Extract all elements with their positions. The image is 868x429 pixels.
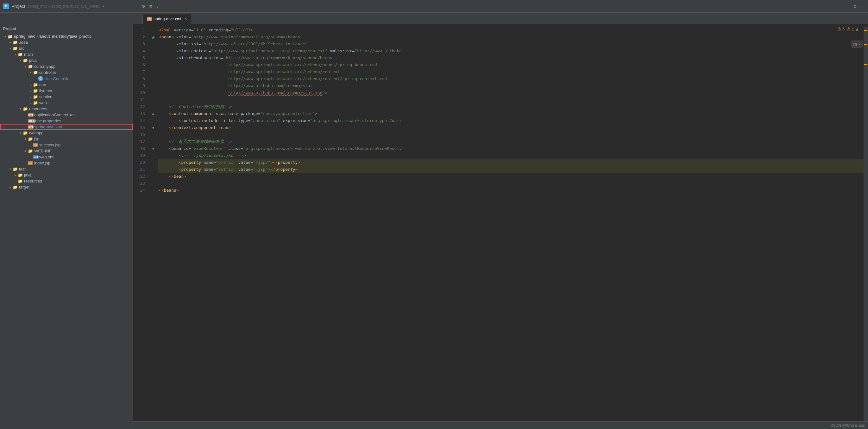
sidebar-item-resources[interactable]: ▾ 📁 resources (0, 106, 133, 112)
sidebar-item-idea[interactable]: ▸ 📁 .idea (0, 39, 133, 45)
project-title: Project (11, 4, 25, 9)
sidebar-item-jsp-folder[interactable]: ▾ 📁 jsp (0, 136, 133, 142)
settings-icon[interactable]: ⚙ (854, 3, 857, 9)
tree-label-webxml: web.xml (39, 154, 55, 160)
code-line-15: </context:component-scan> (158, 124, 864, 131)
tab-close-button[interactable]: ✕ (184, 17, 187, 21)
ln-3: 3 (133, 40, 145, 48)
tree-arrow-src: ▾ (8, 47, 13, 50)
editor-area: ⚠ 5 ⚠ 1 ▲ m ✕ 1 2 3 4 5 6 7 (133, 24, 868, 429)
tree-label-target: target (19, 185, 29, 190)
folder-icon-dao: 📁 (33, 83, 38, 87)
sidebar-item-test[interactable]: ▾ 📁 test (0, 166, 133, 172)
code-line-24: </beans> (158, 187, 864, 194)
gutter-20 (149, 159, 158, 166)
ln-9: 9 (133, 82, 145, 89)
sidebar-item-appctx[interactable]: xml applicationContext.xml (0, 112, 133, 118)
error-count: 1 (851, 27, 854, 31)
code-line-12: <!--Controller的组件扫描--> (158, 103, 864, 110)
folder-icon-web: 📁 (33, 101, 38, 105)
sidebar-item-service[interactable]: ▸ 📁 service (0, 94, 133, 100)
maven-icon: m (853, 41, 857, 47)
fold-icon-15[interactable]: ▼ (152, 126, 154, 130)
code-line-22: </bean> (158, 173, 864, 180)
sidebar-item-usercontroller[interactable]: C UserController (0, 76, 133, 82)
fold-icon-18[interactable]: ▼ (152, 147, 154, 150)
tree-arrow-dao: ▸ (28, 83, 33, 86)
title-bar-right: ⚙ — (854, 3, 865, 9)
sidebar-item-webxml[interactable]: xml web.xml (0, 154, 133, 160)
code-line-4: xmlns:context="http://www.springframewor… (158, 48, 864, 55)
minimize-icon[interactable]: — (861, 3, 865, 9)
sidebar-item-target[interactable]: ▸ 📁 target (0, 184, 133, 190)
toolbar-icon-structure[interactable]: ≡ (149, 3, 153, 9)
sidebar-item-success-jsp[interactable]: jsp success.jsp (0, 142, 133, 148)
folder-icon-java: 📁 (23, 58, 28, 63)
sidebar-item-indexjsp[interactable]: jsp index.jsp (0, 160, 133, 166)
error-badge: ⚠ 1 (846, 26, 854, 32)
code-line-7: http://www.springframework.org/schema/co… (158, 68, 864, 76)
ln-18: 18 (133, 145, 145, 152)
toolbar-icon-sync[interactable]: ⇌ (157, 3, 160, 9)
folder-icon-test-res: 📁 (18, 179, 23, 183)
ln-8: 8 (133, 76, 145, 82)
code-content[interactable]: 1 2 3 4 5 6 7 8 9 10 11 12 13 14 15 16 1… (133, 24, 868, 429)
folder-icon-target: 📁 (13, 185, 18, 190)
config-gutter-icon[interactable]: ◈ (152, 112, 154, 116)
tree-label-success: success.jsp (39, 143, 60, 147)
sidebar-item-webinf[interactable]: ▾ 📁 WEB-INF (0, 148, 133, 154)
code-lines[interactable]: <?xml version="1.0" encoding="UTF-8"?> <… (158, 27, 864, 429)
tab-bar: xml spring-mvc.xml ✕ (0, 13, 868, 24)
gutter-3 (149, 40, 158, 48)
prop-icon-jdbc: prop (28, 119, 33, 123)
sidebar-item-dao[interactable]: ▸ 📁 dao (0, 82, 133, 88)
ln-11: 11 (133, 96, 145, 103)
gutter-19 (149, 152, 158, 159)
sidebar-item-webapp[interactable]: ▾ 📁 webapp (0, 130, 133, 136)
project-dropdown[interactable]: ▾ (102, 4, 105, 8)
tree-label-src: src (19, 46, 24, 51)
sidebar-item-listener[interactable]: ▸ 📁 listener (0, 88, 133, 94)
folder-icon-webapp: 📁 (23, 131, 28, 135)
maven-close-button[interactable]: ✕ (859, 42, 861, 46)
warning-icon: ⚠ (837, 26, 841, 32)
sidebar-item-main[interactable]: ▾ 📁 main (0, 51, 133, 57)
sidebar-item-java[interactable]: ▾ 📁 java (0, 57, 133, 63)
sidebar-item-src[interactable]: ▾ 📁 src (0, 45, 133, 51)
bean-gutter-icon[interactable]: ◉ (152, 35, 154, 39)
title-bar-left: P Project spring_mvc ~/about_me/study/ja… (3, 3, 136, 9)
chevron-up-icon[interactable]: ▲ (856, 26, 859, 31)
sidebar-item-comapp[interactable]: ▾ 📁 com.myapp (0, 63, 133, 69)
code-line-11 (158, 96, 864, 103)
code-line-18: <bean id="viewResolver" class="org.sprin… (158, 145, 864, 152)
tree-root[interactable]: ▾ 📁 spring_mvc ~/about_me/study/java_pra… (0, 34, 133, 39)
tree-label-main: main (24, 52, 33, 57)
tree-label-controller: controller (39, 70, 56, 75)
tree-arrow-test-java: ▸ (13, 173, 18, 177)
tree-label-jdbc: jdbc.properties (34, 118, 61, 123)
sidebar-item-test-java[interactable]: ▸ 📁 java (0, 172, 133, 178)
code-line-1: <?xml version="1.0" encoding="UTF-8"?> (158, 27, 864, 34)
ln-16: 16 (133, 131, 145, 138)
tab-spring-mvc-xml[interactable]: xml spring-mvc.xml ✕ (143, 13, 192, 24)
tab-label: spring-mvc.xml (154, 17, 181, 21)
gutter-14 (149, 117, 158, 124)
sidebar-item-springmvc[interactable]: xml spring-mvc.xml (0, 124, 133, 130)
project-icon: P (3, 3, 9, 9)
folder-icon-listener: 📁 (33, 89, 38, 93)
gutter-9 (149, 82, 158, 89)
ln-23: 23 (133, 180, 145, 187)
sidebar-item-test-resources[interactable]: 📁 resources (0, 178, 133, 184)
tree-arrow-service: ▸ (28, 95, 33, 98)
sidebar-item-controller[interactable]: ▾ 📁 controller (0, 69, 133, 76)
tree-arrow-root: ▾ (3, 35, 8, 38)
tree-label-resources: resources (29, 107, 47, 111)
sidebar-title: Project (3, 27, 16, 31)
toolbar-icon-target[interactable]: ⊕ (142, 3, 145, 9)
sidebar-item-web-folder[interactable]: ▸ 📁 web (0, 100, 133, 106)
tree-label-test-resources: resources (24, 179, 42, 183)
folder-icon-main: 📁 (18, 52, 23, 57)
right-scroll-gutter[interactable] (864, 27, 868, 429)
ln-24: 24 (133, 187, 145, 194)
sidebar-item-jdbc[interactable]: prop jdbc.properties (0, 118, 133, 124)
